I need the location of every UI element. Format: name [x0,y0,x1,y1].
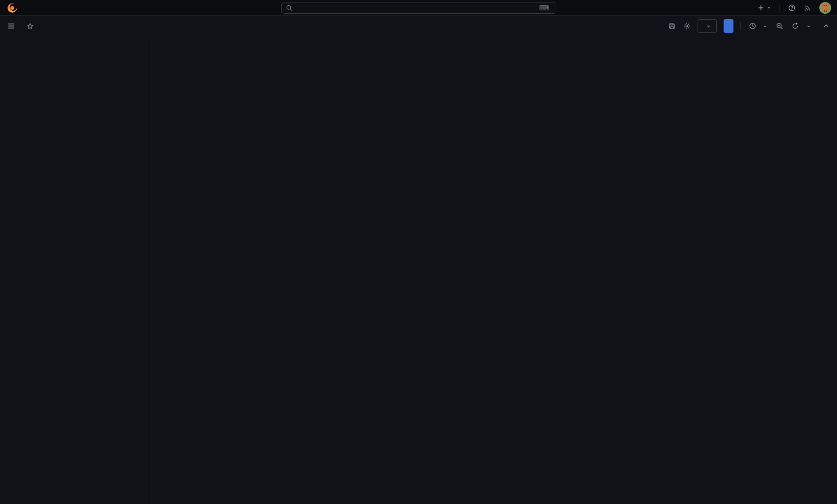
refresh-picker[interactable] [790,19,812,33]
dashboard-grid [147,36,837,504]
mega-menu-toggle[interactable] [7,22,16,30]
search-input[interactable] [297,3,536,12]
new-menu-button[interactable] [757,4,772,12]
dashboard-settings-icon[interactable] [683,22,691,30]
share-button[interactable] [724,19,733,33]
news-rss-icon[interactable] [804,4,811,12]
collapse-toolbar-icon[interactable] [822,22,830,30]
time-range-picker[interactable] [748,19,769,33]
user-avatar[interactable] [819,2,831,14]
zoom-out-time-icon[interactable] [776,22,783,30]
divider [780,4,780,12]
save-dashboard-icon[interactable] [668,22,676,30]
help-icon[interactable] [788,4,796,12]
add-panel-button[interactable] [698,19,717,33]
dashboard-toolbar [0,16,837,36]
chevron-down-icon [766,5,772,10]
sidebar-nav [0,36,147,504]
plus-icon [757,4,765,12]
clock-icon [749,22,756,30]
search-icon [286,4,293,11]
refresh-icon [791,22,799,30]
chevron-down-icon [762,24,768,29]
search-shortcut: ⌨ [539,4,551,11]
top-bar: ⌨ [0,0,837,16]
chevron-down-icon [806,24,811,29]
global-search[interactable]: ⌨ [281,2,556,14]
divider [740,22,741,30]
chevron-down-icon [706,24,711,29]
favorite-star-icon[interactable] [27,23,34,30]
keyboard-icon: ⌨ [539,4,549,11]
grafana-logo[interactable] [7,2,18,13]
